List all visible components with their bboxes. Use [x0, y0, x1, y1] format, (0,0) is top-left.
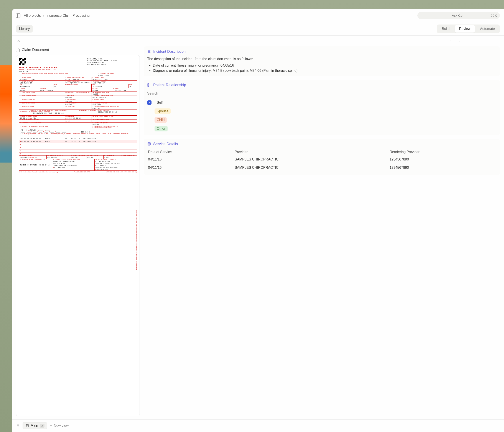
tab-review[interactable]: Review — [455, 25, 475, 33]
relationship-label: Self — [154, 100, 165, 105]
form-footer-right: APPROVED OMB-0938-1197 FORM 1500 (02-12) — [106, 171, 137, 173]
carrier-dept: RISK MGT DEPT, ATTN: GLENNA — [88, 60, 117, 62]
insured-name: BERBESSI, LUIS — [92, 78, 108, 80]
plus-icon: + — [50, 424, 52, 428]
service-table: Date of Service Provider Rendering Provi… — [147, 149, 496, 172]
patient-city: JEFFERSON — [20, 86, 30, 88]
qr-icon — [19, 58, 26, 65]
other-date: 04 08 16 — [73, 117, 82, 119]
diag-a: M54.5 — [21, 129, 27, 131]
incident-title: Incident Description — [153, 50, 186, 54]
bill-phone: (770) 8378290 — [95, 161, 110, 163]
checkbox-empty[interactable] — [147, 109, 152, 113]
claim-form-preview[interactable]: HEALTH INSURANCE CLAIM FORM APPROVED BY … — [16, 55, 140, 416]
carrier-street: 300 PHILLIPI RD — [88, 62, 117, 64]
right-panel: Incident Description The description of … — [144, 46, 500, 416]
ask-go-bar[interactable]: Ask Go ⌘ K — [417, 12, 500, 19]
group-number: GA152 — [92, 93, 98, 95]
sparkle-icon — [446, 14, 450, 17]
tab-group: Build Review Automate — [437, 25, 500, 33]
patient-name: BERBESSI, LUIS — [20, 78, 35, 80]
table-row[interactable]: 04/11/16SAMPLES CHIROPRACTIC1234567890 — [147, 164, 496, 172]
database-icon — [147, 142, 151, 146]
patient-addr: 122 MAIN ST — [20, 82, 32, 84]
view-main-button[interactable]: Main 2 — [23, 422, 47, 429]
tax-id: 58332992 — [20, 157, 29, 159]
table-row[interactable]: 04/11/16SAMPLES CHIROPRACTIC1234567890 — [147, 155, 496, 164]
tab-automate[interactable]: Automate — [476, 25, 499, 33]
carrier-name: BIG LOTS, INC. — [88, 58, 117, 60]
facility-npi: 0123456789 — [54, 166, 65, 168]
breadcrumb: All projects › Insurance Claim Processin… — [24, 14, 414, 17]
incident-card: Incident Description The description of … — [144, 46, 500, 76]
library-button[interactable]: Library — [16, 25, 33, 33]
document-icon — [16, 48, 19, 52]
phys-sig-date: 05 14 16 — [42, 164, 51, 166]
nav-arrows: ⌃ ⌄ — [449, 39, 461, 43]
service-line: 5 — [19, 149, 137, 152]
relationship-label: Spouse — [154, 108, 171, 114]
insured-dob: 06 10 1959 — [92, 97, 104, 99]
close-icon[interactable]: ✕ — [16, 38, 21, 44]
insured-addr: 122 MAIN ST — [92, 82, 105, 84]
qual-other: 454 — [68, 117, 72, 119]
insured-zip: 30549 — [92, 89, 98, 91]
form-footer-mid: PLEASE PRINT OR TYPE — [74, 171, 90, 173]
checkbox-empty[interactable] — [147, 126, 152, 131]
billing-addr: 822 MAIN ST — [95, 164, 108, 166]
facility-name: SAMPLES CHIROPRACTIC — [53, 161, 75, 163]
svg-rect-3 — [148, 84, 149, 85]
acct-no: 001870033 — [47, 157, 57, 159]
new-view-button[interactable]: + New view — [50, 424, 69, 428]
view-main-label: Main — [31, 424, 38, 428]
facility-addr: 822 MAIN ST — [53, 163, 65, 164]
incident-bullet: Diagnosis or nature of illness or injury… — [153, 68, 496, 73]
svg-rect-11 — [26, 424, 28, 427]
view-main-count: 2 — [40, 424, 45, 428]
relationship-option-child[interactable]: Child — [147, 116, 496, 124]
relationship-option-other[interactable]: Other — [147, 125, 496, 132]
incident-text: The description of the incident from the… — [147, 56, 496, 73]
plan-name: BIG LOTS — [92, 104, 101, 106]
th-rendering: Rendering Provider — [389, 149, 496, 155]
incident-bullet: Date of current illness, injury, or preg… — [153, 63, 496, 68]
amount-paid: 0 00 — [104, 157, 108, 159]
service-line: 6 — [19, 152, 137, 156]
relationship-option-self[interactable]: ✓ Self — [147, 99, 496, 106]
relationship-option-spouse[interactable]: Spouse — [147, 108, 496, 115]
sidebar-toggle-icon[interactable] — [16, 13, 20, 18]
topbar: All projects › Insurance Claim Processin… — [12, 9, 504, 22]
left-panel-header: Claim Document — [16, 46, 140, 55]
billing-npi: 0123456789 — [97, 168, 108, 170]
chevron-up-icon[interactable]: ⌃ — [449, 39, 452, 43]
ask-go-placeholder: Ask Go — [452, 14, 463, 17]
total-charge: 60 00 — [88, 157, 93, 159]
billing-name: JUNIOR D SAMPLES DC PC — [95, 163, 120, 164]
checkbox-empty[interactable] — [147, 118, 152, 122]
svg-rect-4 — [148, 86, 149, 86]
chevron-right-icon: › — [43, 14, 44, 17]
breadcrumb-root[interactable]: All projects — [24, 14, 41, 17]
qual: 431 — [33, 117, 36, 119]
incident-intro: The description of the incident from the… — [147, 57, 253, 61]
tab-build[interactable]: Build — [437, 25, 454, 33]
phys-sig: JUNIOR D SAMPLES DC — [20, 164, 41, 166]
grid-icon — [25, 424, 29, 427]
shortcut-label: ⌘ K — [491, 14, 497, 17]
relationship-search-input[interactable] — [147, 90, 496, 97]
th-provider: Provider — [234, 149, 389, 155]
list-check-icon — [147, 83, 151, 87]
sig-patient: SIGNATURE ON FILE — [33, 112, 52, 114]
carrier-citystate: COLUMBUS OH 43228 — [88, 64, 117, 66]
service-line: 3 — [19, 143, 137, 146]
chevron-down-icon[interactable]: ⌄ — [458, 39, 461, 43]
new-view-label: New view — [54, 424, 69, 428]
svg-point-7 — [148, 142, 150, 144]
patient-zip: 30549 — [20, 89, 25, 91]
background-art — [0, 65, 12, 163]
checkbox-checked-icon[interactable]: ✓ — [147, 100, 152, 105]
illness-date: 04 05 16 — [20, 117, 29, 119]
breadcrumb-current[interactable]: Insurance Claim Processing — [46, 14, 90, 17]
service-details-card: Service Details Date of Service Provider… — [144, 139, 500, 175]
filter-icon[interactable] — [16, 424, 20, 428]
